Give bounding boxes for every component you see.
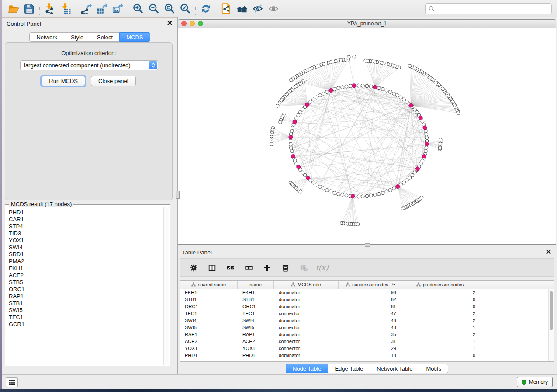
- export-table-button[interactable]: [94, 2, 110, 16]
- mcds-result-item[interactable]: ACE2: [9, 272, 163, 279]
- float-panel-icon[interactable]: [159, 21, 163, 25]
- table-cell[interactable]: SWI4: [180, 317, 238, 324]
- network-node[interactable]: [381, 191, 384, 195]
- table-scrollbar[interactable]: [548, 289, 554, 361]
- table-cell[interactable]: FKH1: [180, 289, 238, 296]
- network-node[interactable]: [389, 90, 392, 94]
- table-cell[interactable]: 1: [403, 338, 477, 345]
- network-node[interactable]: [396, 94, 399, 97]
- table-row[interactable]: PHD1PHD1dominator180: [180, 352, 554, 359]
- network-node[interactable]: [361, 84, 364, 87]
- network-hub-node[interactable]: [291, 155, 295, 158]
- share-network-button[interactable]: [218, 2, 234, 16]
- mcds-result-item[interactable]: PMA2: [9, 258, 163, 265]
- table-cell[interactable]: 47: [339, 310, 403, 317]
- refresh-button[interactable]: [198, 2, 214, 16]
- network-node[interactable]: [377, 86, 381, 90]
- network-node[interactable]: [318, 94, 322, 97]
- table-cell[interactable]: connector: [274, 345, 339, 352]
- network-node[interactable]: [289, 143, 292, 146]
- float-table-panel-icon[interactable]: [538, 250, 542, 254]
- network-node[interactable]: [365, 84, 369, 88]
- table-cell[interactable]: PHD1: [180, 352, 238, 359]
- mcds-result-item[interactable]: STP4: [9, 223, 163, 230]
- task-history-button[interactable]: [6, 377, 18, 387]
- add-column-button[interactable]: [262, 263, 272, 272]
- gear-button[interactable]: [189, 263, 198, 272]
- mcds-result-item[interactable]: STB5: [9, 279, 163, 286]
- network-hub-node[interactable]: [422, 155, 426, 158]
- network-node[interactable]: [392, 92, 396, 95]
- mcds-result-item[interactable]: SWI4: [9, 244, 163, 251]
- mcds-result-item[interactable]: GCR1: [9, 321, 163, 328]
- network-node[interactable]: [290, 78, 293, 82]
- mcds-result-item[interactable]: RAP1: [9, 293, 163, 300]
- close-table-panel-icon[interactable]: [546, 249, 551, 254]
- network-node[interactable]: [402, 181, 405, 184]
- network-hub-node[interactable]: [289, 135, 293, 139]
- network-node[interactable]: [312, 98, 315, 101]
- table-cell[interactable]: 46: [339, 317, 403, 324]
- table-cell[interactable]: 1: [403, 324, 477, 331]
- deselect-all-button[interactable]: [244, 263, 253, 272]
- table-cell[interactable]: TEC1: [180, 310, 238, 317]
- window-maximize-icon[interactable]: [198, 21, 203, 26]
- network-hub-node[interactable]: [409, 103, 413, 107]
- network-hub-node[interactable]: [305, 103, 309, 107]
- close-panel-icon[interactable]: [167, 21, 172, 25]
- delete-column-button[interactable]: [280, 263, 290, 272]
- network-node[interactable]: [318, 185, 322, 189]
- table-cell[interactable]: dominator: [274, 296, 339, 303]
- window-close-icon[interactable]: [181, 21, 187, 26]
- mcds-result-item[interactable]: STB1: [9, 300, 163, 307]
- table-row[interactable]: RAP1RAP1dominator352: [180, 331, 554, 338]
- network-node[interactable]: [345, 194, 348, 197]
- table-cell[interactable]: SWI5: [238, 324, 274, 331]
- table-cell[interactable]: 2: [403, 331, 477, 338]
- network-hub-node[interactable]: [416, 167, 420, 171]
- network-hub-node[interactable]: [425, 142, 429, 146]
- open-session-button[interactable]: [6, 2, 21, 16]
- network-node[interactable]: [392, 187, 396, 190]
- column-header-predecessor-nodes[interactable]: predecessor nodes: [403, 281, 477, 289]
- network-node[interactable]: [425, 133, 428, 136]
- table-row[interactable]: ACE2ACE2connector311: [180, 338, 554, 345]
- network-canvas[interactable]: [178, 28, 556, 244]
- mcds-result-item[interactable]: CAR1: [9, 216, 163, 223]
- table-cell[interactable]: 31: [339, 338, 403, 345]
- network-node[interactable]: [356, 223, 360, 226]
- table-cell[interactable]: 62: [339, 296, 403, 303]
- mcds-result-item[interactable]: ORC1: [9, 286, 163, 293]
- network-hub-node[interactable]: [396, 185, 400, 189]
- table-cell[interactable]: RAP1: [180, 331, 238, 338]
- table-cell[interactable]: dominator: [274, 331, 339, 338]
- table-cell[interactable]: 2: [403, 289, 477, 296]
- network-node[interactable]: [369, 194, 373, 197]
- table-cell[interactable]: 61: [339, 303, 403, 310]
- tab-style[interactable]: Style: [64, 32, 90, 42]
- export-image-button[interactable]: [110, 2, 125, 16]
- memory-button[interactable]: Memory: [517, 377, 553, 387]
- table-cell[interactable]: connector: [274, 324, 339, 331]
- table-row[interactable]: FKH1FKH1dominator962: [180, 289, 554, 296]
- network-hub-node[interactable]: [329, 89, 333, 93]
- network-node[interactable]: [276, 104, 279, 108]
- network-node[interactable]: [369, 85, 373, 88]
- search-input[interactable]: [437, 4, 551, 13]
- table-row[interactable]: ORC1ORC1dominator610: [180, 303, 554, 310]
- network-node[interactable]: [315, 96, 318, 99]
- mcds-result-item[interactable]: TID3: [9, 230, 163, 237]
- network-node[interactable]: [361, 195, 364, 198]
- table-row[interactable]: STB1STB1dominator620: [180, 296, 554, 303]
- import-network-button[interactable]: [42, 2, 58, 16]
- network-node[interactable]: [290, 129, 294, 133]
- network-node[interactable]: [420, 196, 423, 199]
- table-cell[interactable]: connector: [274, 338, 339, 345]
- table-cell[interactable]: 96: [339, 289, 403, 296]
- tab-mcds[interactable]: MCDS: [119, 32, 150, 42]
- table-cell[interactable]: PHD1: [238, 352, 274, 359]
- network-node[interactable]: [309, 100, 312, 103]
- network-hub-node[interactable]: [423, 126, 427, 130]
- split-panel-button[interactable]: [207, 263, 217, 272]
- network-node[interactable]: [270, 142, 273, 146]
